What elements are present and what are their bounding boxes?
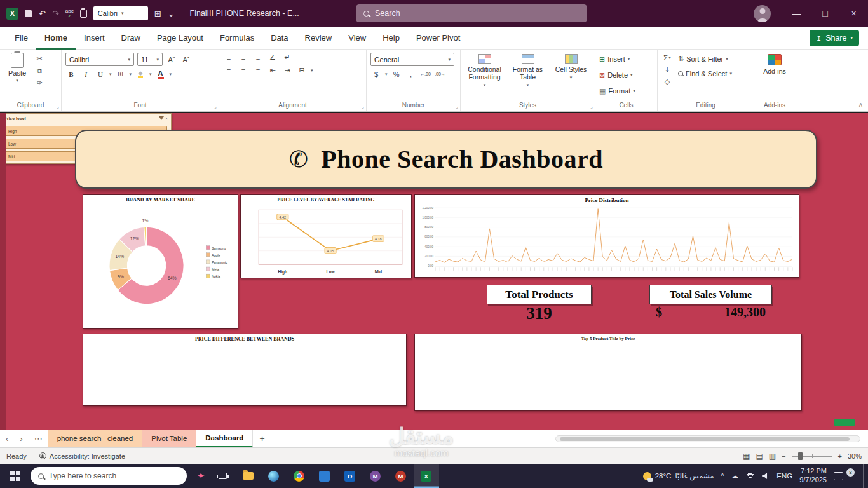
excel-icon[interactable]: X: [414, 464, 439, 488]
borders-icon[interactable]: ⊞: [115, 69, 126, 79]
tray-expand-icon[interactable]: ^: [721, 472, 724, 480]
zoom-slider-thumb[interactable]: [798, 452, 803, 460]
menu-tab-file[interactable]: File: [6, 27, 36, 50]
format-as-table-button[interactable]: Format as Table ▾: [508, 53, 548, 100]
menu-tab-help[interactable]: Help: [374, 27, 408, 50]
chart-price-distribution[interactable]: Price Distribution 0.00200.00400.00600.0…: [414, 194, 799, 278]
undo-icon[interactable]: ↶: [39, 9, 46, 18]
add-sheet-button[interactable]: +: [253, 433, 271, 444]
menu-tab-home[interactable]: Home: [36, 27, 76, 50]
font-name-combo[interactable]: Calibri▾: [65, 53, 134, 66]
page-layout-view-icon[interactable]: ▤: [756, 452, 763, 461]
insert-cells-button[interactable]: ⊞ Insert ▾: [599, 53, 653, 65]
chart-price-level-rating[interactable]: PRICE LEVEL BY AVERAGE STAR RATING 4.42H…: [240, 194, 412, 278]
horizontal-scrollbar-thumb[interactable]: [560, 437, 850, 441]
chevron-down-icon[interactable]: ▾: [385, 72, 388, 77]
menu-tab-power-pivot[interactable]: Power Pivot: [408, 27, 468, 50]
decrease-indent-icon[interactable]: ⇤: [267, 65, 278, 75]
number-dialog-launcher-icon[interactable]: ⌟: [456, 104, 458, 109]
clear-icon[interactable]: ◇: [661, 77, 673, 86]
accessibility-status[interactable]: Accessibility: Investigate: [33, 452, 132, 460]
increase-indent-icon[interactable]: ⇥: [281, 65, 293, 75]
collapse-ribbon-icon[interactable]: ∧: [858, 101, 863, 108]
menu-tab-draw[interactable]: Draw: [113, 27, 149, 50]
chevron-down-icon[interactable]: ▾: [170, 72, 172, 77]
volume-icon[interactable]: [762, 473, 770, 480]
clipboard-dialog-launcher-icon[interactable]: ⌟: [57, 104, 59, 109]
fill-down-icon[interactable]: ↧: [661, 65, 673, 74]
orientation-icon[interactable]: ∠: [267, 53, 278, 62]
start-button[interactable]: [0, 464, 31, 488]
share-button[interactable]: ↥ Share ▾: [810, 30, 859, 46]
weather-widget[interactable]: 28°C مشمس غالبًا: [643, 471, 714, 480]
fill-color-icon[interactable]: ◆: [135, 69, 146, 79]
account-avatar[interactable]: [754, 5, 771, 22]
edge-icon[interactable]: [261, 464, 287, 488]
find-select-button[interactable]: Find & Select ▾: [678, 67, 732, 79]
menu-tab-data[interactable]: Data: [262, 27, 296, 50]
menu-tab-page-layout[interactable]: Page Layout: [149, 27, 212, 50]
spellcheck-icon[interactable]: abc✓: [65, 9, 74, 18]
kpi-total-sales-volume[interactable]: Total Sales Volume: [649, 285, 772, 304]
table-grid-icon[interactable]: ⊞: [154, 9, 161, 18]
sheet-nav-right-icon[interactable]: ›: [14, 434, 28, 444]
close-button[interactable]: ×: [839, 0, 868, 27]
file-explorer-icon[interactable]: [236, 464, 261, 488]
clock[interactable]: 7:12 PM 9/7/2025: [799, 467, 827, 485]
normal-view-icon[interactable]: ▦: [743, 452, 750, 461]
autosum-icon[interactable]: Σ▾: [661, 53, 673, 62]
zoom-in-button[interactable]: +: [838, 452, 842, 460]
horizontal-scrollbar[interactable]: [555, 435, 860, 442]
bold-button[interactable]: B: [65, 69, 77, 79]
cortana-icon[interactable]: ✦: [192, 470, 210, 482]
qat-font-selector[interactable]: Calibri ▾: [93, 6, 148, 20]
dashboard-header-banner[interactable]: ✆ Phone Search Dashboard: [75, 130, 817, 189]
menu-tab-insert[interactable]: Insert: [76, 27, 113, 50]
sheet-nav-left-icon[interactable]: ‹: [0, 434, 14, 444]
menu-tab-formulas[interactable]: Formulas: [212, 27, 262, 50]
font-color-icon[interactable]: A: [155, 69, 166, 79]
slicer-clear-filter-icon[interactable]: [159, 116, 164, 120]
chart-top5-products-by-price[interactable]: Top 5 Product Title by Price: [414, 334, 802, 411]
menu-tab-view[interactable]: View: [340, 27, 374, 50]
maximize-button[interactable]: □: [811, 0, 839, 27]
zoom-slider[interactable]: [792, 456, 832, 457]
paste-button[interactable]: Paste ▾: [4, 53, 31, 100]
conditional-formatting-button[interactable]: Conditional Formatting ▾: [465, 53, 505, 100]
spreadsheet-area[interactable]: ✆ Phone Search Dashboard BRAND BY MARKET…: [0, 112, 868, 430]
align-top-icon[interactable]: ≡: [223, 53, 234, 62]
zoom-level[interactable]: 30%: [848, 452, 862, 460]
excel-app-icon[interactable]: X: [6, 8, 18, 20]
align-center-icon[interactable]: ≡: [238, 65, 249, 75]
delete-cells-button[interactable]: ⊠ Delete ▾: [599, 69, 653, 81]
font-size-combo[interactable]: 11▾: [137, 53, 163, 66]
kpi-total-products[interactable]: Total Products: [487, 285, 592, 304]
chrome-profile-2-icon[interactable]: M: [388, 464, 414, 488]
redo-icon[interactable]: ↷: [52, 9, 59, 18]
italic-button[interactable]: I: [80, 69, 92, 79]
language-indicator[interactable]: ENG: [776, 472, 792, 480]
align-bottom-icon[interactable]: ≡: [252, 53, 264, 62]
increase-decimal-icon[interactable]: ←.00: [420, 69, 431, 79]
format-cells-button[interactable]: ▦ Format ▾: [599, 85, 653, 97]
sheet-list-icon[interactable]: ⋯: [29, 434, 48, 444]
chrome-profile-1-icon[interactable]: M: [363, 464, 388, 488]
format-painter-icon[interactable]: ✑: [34, 78, 45, 88]
taskbar-search-input[interactable]: Type here to search: [31, 467, 187, 485]
sheet-tab-phone-search-cleaned[interactable]: phone search _cleaned: [48, 430, 143, 447]
chevron-down-icon[interactable]: ▾: [311, 68, 313, 73]
number-format-combo[interactable]: General▾: [370, 53, 454, 66]
chrome-icon[interactable]: [287, 464, 312, 488]
clipboard-icon[interactable]: [80, 10, 87, 18]
teams-icon[interactable]: [312, 464, 337, 488]
titlebar-search-input[interactable]: Search: [356, 4, 587, 22]
menu-tab-review[interactable]: Review: [297, 27, 341, 50]
action-center-icon[interactable]: [834, 472, 843, 480]
chart-price-difference-brands[interactable]: PRICE DIFFERENCE BETWEEN BRANDS: [83, 334, 407, 406]
merge-center-icon[interactable]: ⊟: [296, 65, 308, 75]
decrease-decimal-icon[interactable]: .00→: [435, 69, 446, 79]
alignment-dialog-launcher-icon[interactable]: ⌟: [362, 104, 364, 109]
font-dialog-launcher-icon[interactable]: ⌟: [214, 104, 217, 109]
chevron-down-icon[interactable]: ▾: [149, 72, 152, 77]
increase-font-icon[interactable]: Aˆ: [166, 55, 177, 64]
